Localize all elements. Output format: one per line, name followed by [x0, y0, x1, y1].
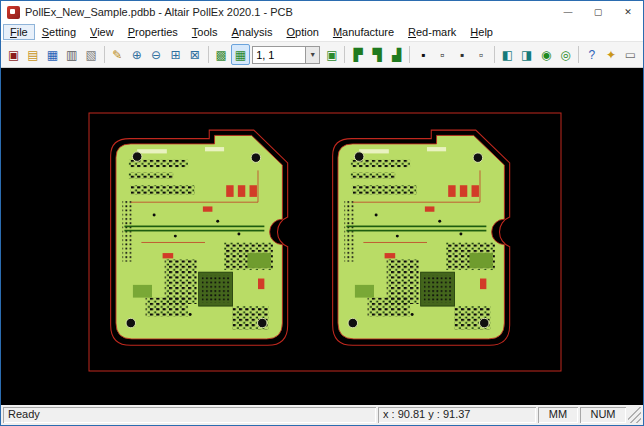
pcb-canvas[interactable]: [1, 68, 643, 405]
net-button[interactable]: ◧: [498, 44, 517, 65]
layer-inner-button[interactable]: ▜: [368, 44, 387, 65]
app-logo-icon: ▣: [8, 49, 19, 61]
menu-tools[interactable]: Tools: [185, 24, 225, 40]
origin-combo[interactable]: ▼: [252, 46, 320, 64]
menu-manufacture[interactable]: Manufacture: [326, 24, 401, 40]
menu-red-mark[interactable]: Red-mark: [401, 24, 463, 40]
tip-button[interactable]: ✦: [601, 44, 620, 65]
net-icon: ◧: [502, 49, 513, 61]
status-units: MM: [538, 407, 578, 423]
statusbar: Ready x : 90.81 y : 91.37 MM NUM: [1, 405, 643, 425]
menu-help[interactable]: Help: [463, 24, 500, 40]
close-button[interactable]: ✕: [613, 1, 643, 23]
print-preview-button[interactable]: ▧: [81, 44, 100, 65]
layer-top-button[interactable]: ▛: [348, 44, 367, 65]
grid-button[interactable]: ▩: [211, 44, 230, 65]
menu-setting[interactable]: Setting: [35, 24, 83, 40]
menu-analysis[interactable]: Analysis: [225, 24, 280, 40]
print-preview-icon: ▧: [85, 49, 96, 61]
pcb-view: [1, 68, 643, 405]
print-button[interactable]: ▥: [62, 44, 81, 65]
titlebar: PollEx_New_Sample.pdbb - Altair PollEx 2…: [1, 1, 643, 23]
minimize-button[interactable]: —: [553, 1, 583, 23]
silk-top-icon: ▪: [421, 49, 425, 61]
zoom-out-icon: ⊖: [151, 49, 161, 61]
measure-icon: ▭: [625, 49, 636, 61]
zoom-in-button[interactable]: ⊕: [127, 44, 146, 65]
status-numlock: NUM: [580, 407, 626, 423]
open-icon: ▤: [27, 49, 38, 61]
pad-bottom-button[interactable]: ▫: [471, 44, 490, 65]
component-icon: ◎: [560, 49, 570, 61]
layer-bottom-button[interactable]: ▟: [387, 44, 406, 65]
via-icon: ◨: [521, 49, 532, 61]
pad-bottom-icon: ▫: [479, 49, 483, 61]
status-ready: Ready: [3, 407, 376, 423]
save-button[interactable]: ▦: [43, 44, 62, 65]
menu-properties[interactable]: Properties: [121, 24, 185, 40]
via-button[interactable]: ◨: [517, 44, 536, 65]
grid-icon: ▩: [215, 49, 226, 61]
drc-button[interactable]: ◉: [536, 44, 555, 65]
menu-option[interactable]: Option: [279, 24, 325, 40]
zoom-fit-icon: ⊠: [190, 49, 200, 61]
print-icon: ▥: [66, 49, 77, 61]
toolbar-separator: [104, 46, 105, 63]
status-coordinates: x : 90.81 y : 91.37: [378, 407, 536, 423]
toolbar: ▣▤▦▥▧✎⊕⊖⊞⊠▩▦▼▣▛▜▟▪▫▪▫◧◨◉◎?✦▭: [1, 42, 643, 68]
zoom-in-icon: ⊕: [132, 49, 142, 61]
app-icon: [7, 6, 20, 19]
layer-inner-icon: ▜: [373, 49, 382, 61]
pcb-board-2[interactable]: [333, 130, 510, 345]
open-button[interactable]: ▤: [23, 44, 42, 65]
tip-icon: ✦: [606, 49, 616, 61]
window-title: PollEx_New_Sample.pdbb - Altair PollEx 2…: [25, 6, 553, 18]
maximize-button[interactable]: ▢: [583, 1, 613, 23]
pad-top-icon: ▪: [460, 49, 464, 61]
pencil-button[interactable]: ✎: [108, 44, 127, 65]
menubar: FileSettingViewPropertiesToolsAnalysisOp…: [1, 23, 643, 42]
help-button[interactable]: ?: [582, 44, 601, 65]
app-logo-button[interactable]: ▣: [4, 44, 23, 65]
window-controls: — ▢ ✕: [553, 1, 643, 23]
toolbar-separator: [208, 46, 209, 63]
pcb-board-1[interactable]: [111, 130, 288, 345]
pencil-icon: ✎: [112, 49, 122, 61]
silk-bottom-icon: ▫: [440, 49, 444, 61]
silk-top-button[interactable]: ▪: [413, 44, 432, 65]
chevron-down-icon[interactable]: ▼: [305, 47, 319, 63]
resize-grip[interactable]: [628, 407, 641, 423]
origin-combo-value[interactable]: [253, 47, 305, 63]
app-window: PollEx_New_Sample.pdbb - Altair PollEx 2…: [0, 0, 644, 426]
component-button[interactable]: ◎: [556, 44, 575, 65]
zoom-out-button[interactable]: ⊖: [146, 44, 165, 65]
canvas-background: [1, 68, 643, 405]
toolbar-separator: [578, 46, 579, 63]
zoom-window-icon: ⊞: [170, 49, 180, 61]
menu-view[interactable]: View: [83, 24, 121, 40]
layer-bottom-icon: ▟: [392, 49, 401, 61]
pad-top-button[interactable]: ▪: [452, 44, 471, 65]
board-view-icon: ▦: [235, 49, 246, 61]
layer-top-icon: ▛: [353, 49, 362, 61]
toolbar-separator: [344, 46, 345, 63]
help-icon: ?: [588, 49, 595, 61]
silk-bottom-button[interactable]: ▫: [433, 44, 452, 65]
toolbar-separator: [494, 46, 495, 63]
menu-file[interactable]: File: [3, 24, 35, 40]
overlay-button[interactable]: ▣: [322, 44, 341, 65]
drc-icon: ◉: [541, 49, 551, 61]
save-icon: ▦: [47, 49, 58, 61]
zoom-window-button[interactable]: ⊞: [166, 44, 185, 65]
toolbar-separator: [409, 46, 410, 63]
board-view-button[interactable]: ▦: [231, 44, 250, 65]
overlay-icon: ▣: [326, 49, 337, 61]
zoom-fit-button[interactable]: ⊠: [185, 44, 204, 65]
measure-button[interactable]: ▭: [621, 44, 640, 65]
